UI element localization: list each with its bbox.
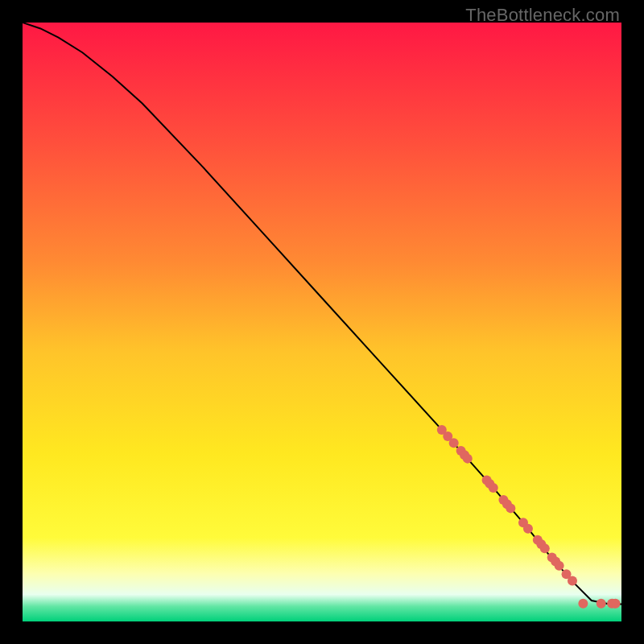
scatter-point xyxy=(463,454,473,464)
chart-stage: TheBottleneck.com xyxy=(0,0,644,644)
scatter-point xyxy=(489,483,498,493)
chart-svg xyxy=(23,23,621,621)
scatter-point xyxy=(506,503,515,513)
scatter-point xyxy=(611,599,621,609)
scatter-point xyxy=(578,599,588,609)
scatter-point xyxy=(568,576,577,585)
scatter-point xyxy=(597,599,606,609)
scatter-point xyxy=(540,543,550,553)
scatter-point xyxy=(449,438,459,448)
plot-area xyxy=(23,23,621,621)
scatter-point xyxy=(523,524,533,534)
scatter-point xyxy=(555,561,564,571)
